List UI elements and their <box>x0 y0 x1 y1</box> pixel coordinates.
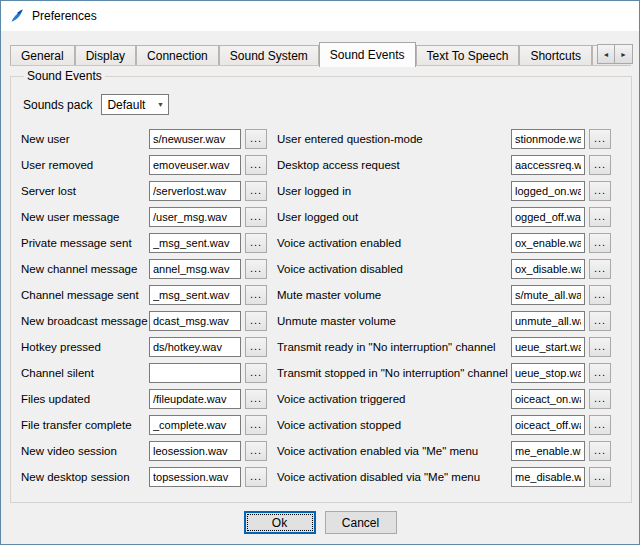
sound-file-input[interactable] <box>511 441 585 461</box>
sounds-pack-value: Default <box>107 98 145 112</box>
browse-button[interactable]: ... <box>245 311 267 331</box>
sound-file-input[interactable] <box>511 389 585 409</box>
tab-connection[interactable]: Connection <box>136 45 219 65</box>
sound-file-input[interactable] <box>149 285 241 305</box>
event-label: User entered question-mode <box>267 133 511 145</box>
event-label: New user <box>21 133 149 145</box>
window-title: Preferences <box>32 9 97 23</box>
sound-file-input[interactable] <box>511 259 585 279</box>
sound-file-input[interactable] <box>511 363 585 383</box>
browse-button[interactable]: ... <box>589 415 611 435</box>
tabs-track: GeneralDisplayConnectionSound SystemSoun… <box>10 42 633 67</box>
sound-file-input[interactable] <box>511 285 585 305</box>
browse-button[interactable]: ... <box>589 259 611 279</box>
sound-file-input[interactable] <box>511 207 585 227</box>
browse-button[interactable]: ... <box>589 233 611 253</box>
event-label: Channel silent <box>21 367 149 379</box>
sound-file-input[interactable] <box>149 363 241 383</box>
event-label: Server lost <box>21 185 149 197</box>
sound-file-input[interactable] <box>149 389 241 409</box>
sound-file-input[interactable] <box>149 337 241 357</box>
browse-button[interactable]: ... <box>589 129 611 149</box>
tab-display[interactable]: Display <box>75 45 136 65</box>
sound-file-input[interactable] <box>511 311 585 331</box>
sound-file-input[interactable] <box>149 259 241 279</box>
title-bar: Preferences <box>1 1 639 31</box>
tab-general[interactable]: General <box>10 45 75 65</box>
preferences-window: Preferences GeneralDisplayConnectionSoun… <box>0 0 640 545</box>
ok-button[interactable]: Ok <box>244 511 316 534</box>
sound-file-input[interactable] <box>511 337 585 357</box>
browse-button[interactable]: ... <box>589 311 611 331</box>
tab-sound-events[interactable]: Sound Events <box>319 42 416 67</box>
event-label: Voice activation stopped <box>267 419 511 431</box>
tab-sound-system[interactable]: Sound System <box>219 45 319 65</box>
browse-button[interactable]: ... <box>589 155 611 175</box>
browse-button[interactable]: ... <box>589 363 611 383</box>
event-label: New desktop session <box>21 471 149 483</box>
event-label: Channel message sent <box>21 289 149 301</box>
browse-button[interactable]: ... <box>245 337 267 357</box>
tab-text-to-speech[interactable]: Text To Speech <box>416 45 520 65</box>
browse-button[interactable]: ... <box>245 415 267 435</box>
browse-button[interactable]: ... <box>589 337 611 357</box>
tab-scroll: ◄ ► <box>597 44 633 64</box>
browse-button[interactable]: ... <box>245 389 267 409</box>
sound-file-input[interactable] <box>511 155 585 175</box>
sounds-pack-label: Sounds pack <box>23 98 92 112</box>
cancel-button[interactable]: Cancel <box>325 511 397 534</box>
browse-button[interactable]: ... <box>245 155 267 175</box>
sound-file-input[interactable] <box>149 467 241 487</box>
sound-file-input[interactable] <box>149 155 241 175</box>
event-label: Transmit stopped in "No interruption" ch… <box>267 367 511 379</box>
event-label: Voice activation triggered <box>267 393 511 405</box>
browse-button[interactable]: ... <box>589 285 611 305</box>
browse-button[interactable]: ... <box>245 207 267 227</box>
sound-file-input[interactable] <box>149 233 241 253</box>
tab-scroll-right-button[interactable]: ► <box>615 44 633 64</box>
tab-bar: GeneralDisplayConnectionSound SystemSoun… <box>10 42 633 67</box>
sound-file-input[interactable] <box>149 129 241 149</box>
event-label: User logged in <box>267 185 511 197</box>
browse-button[interactable]: ... <box>245 363 267 383</box>
browse-button[interactable]: ... <box>589 389 611 409</box>
browse-button[interactable]: ... <box>245 129 267 149</box>
event-label: Transmit ready in "No interruption" chan… <box>267 341 511 353</box>
sounds-pack-select[interactable]: Default ▼ <box>101 94 169 115</box>
sounds-pack-row: Sounds pack Default ▼ <box>23 94 621 115</box>
event-label: Desktop access request <box>267 159 511 171</box>
browse-button[interactable]: ... <box>245 285 267 305</box>
event-label: Voice activation enabled via "Me" menu <box>267 445 511 457</box>
event-label: File transfer complete <box>21 419 149 431</box>
browse-button[interactable]: ... <box>245 181 267 201</box>
browse-button[interactable]: ... <box>589 441 611 461</box>
event-label: New channel message <box>21 263 149 275</box>
chevron-down-icon: ▼ <box>152 101 168 108</box>
browse-button[interactable]: ... <box>245 467 267 487</box>
browse-button[interactable]: ... <box>589 207 611 227</box>
event-label: New broadcast message <box>21 315 149 327</box>
sound-file-input[interactable] <box>511 129 585 149</box>
sound-file-input[interactable] <box>149 181 241 201</box>
footer: Ok Cancel <box>1 511 639 534</box>
tab-shortcuts[interactable]: Shortcuts <box>519 45 592 65</box>
sound-file-input[interactable] <box>149 441 241 461</box>
sound-file-input[interactable] <box>511 233 585 253</box>
sound-file-input[interactable] <box>149 415 241 435</box>
browse-button[interactable]: ... <box>589 181 611 201</box>
sound-file-input[interactable] <box>511 415 585 435</box>
tab-scroll-left-button[interactable]: ◄ <box>597 44 615 64</box>
browse-button[interactable]: ... <box>245 233 267 253</box>
browse-button[interactable]: ... <box>245 259 267 279</box>
event-label: Unmute master volume <box>267 315 511 327</box>
sound-file-input[interactable] <box>149 207 241 227</box>
sound-file-input[interactable] <box>511 467 585 487</box>
event-label: Hotkey pressed <box>21 341 149 353</box>
sound-events-group: Sound Events Sounds pack Default ▼ New u… <box>10 69 632 503</box>
browse-button[interactable]: ... <box>245 441 267 461</box>
sound-file-input[interactable] <box>149 311 241 331</box>
group-legend: Sound Events <box>24 69 105 83</box>
sound-file-input[interactable] <box>511 181 585 201</box>
event-label: Voice activation disabled via "Me" menu <box>267 471 511 483</box>
browse-button[interactable]: ... <box>589 467 611 487</box>
